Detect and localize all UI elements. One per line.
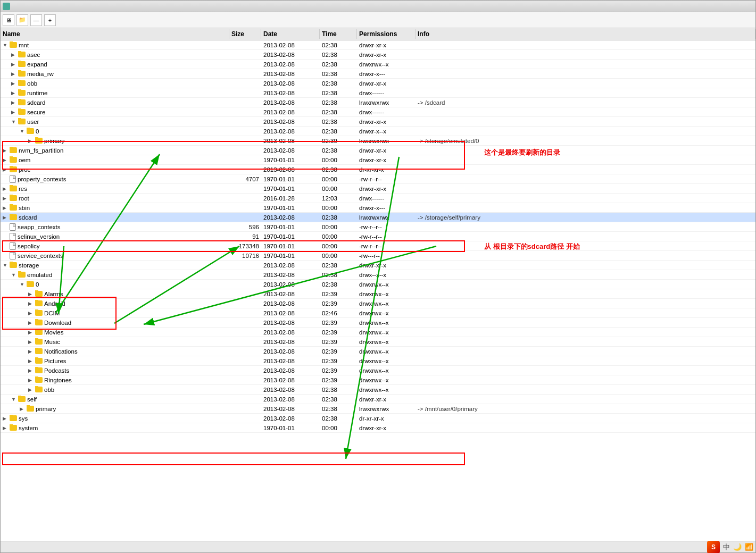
- list-item[interactable]: DCIM2013-02-0802:46drwxrwx--x: [1, 308, 755, 318]
- toolbar-btn-folder[interactable]: 📁: [16, 14, 28, 26]
- expand-icon[interactable]: [11, 71, 16, 77]
- list-item[interactable]: runtime2013-02-0802:38drwx------: [1, 88, 755, 98]
- list-item[interactable]: sdcard2013-02-0802:38lrwxrwxrwx-> /stora…: [1, 213, 755, 222]
- expand-icon[interactable]: [11, 81, 16, 86]
- expand-icon[interactable]: [3, 186, 8, 191]
- expand-icon[interactable]: [3, 205, 8, 211]
- expand-icon[interactable]: [11, 119, 16, 124]
- list-item[interactable]: Music2013-02-0802:39drwxrwx--x: [1, 337, 755, 347]
- expand-icon[interactable]: [28, 320, 34, 325]
- list-item[interactable]: Ringtones2013-02-0802:39drwxrwx--x: [1, 375, 755, 385]
- item-size: [229, 121, 261, 122]
- expand-icon[interactable]: [20, 282, 25, 287]
- expand-icon[interactable]: [20, 129, 25, 134]
- list-item[interactable]: proc2013-02-0802:38dr-xr-xr-x: [1, 165, 755, 174]
- list-item[interactable]: media_rw2013-02-0802:38drwxr-x---: [1, 69, 755, 79]
- list-item[interactable]: sdcard2013-02-0802:38lrwxrwxrwx-> /sdcar…: [1, 98, 755, 107]
- expand-icon[interactable]: [28, 358, 34, 364]
- list-item[interactable]: obb2013-02-0802:38drwxrwx--x: [1, 385, 755, 395]
- expand-icon[interactable]: [20, 406, 25, 412]
- list-item[interactable]: sepolicy1733481970-01-0100:00-rw-r--r--: [1, 241, 755, 251]
- expand-icon[interactable]: [11, 272, 16, 278]
- list-item[interactable]: system1970-01-0100:00drwxr-xr-x: [1, 423, 755, 433]
- expand-icon[interactable]: [11, 62, 16, 67]
- item-time: 00:00: [320, 185, 357, 192]
- list-item[interactable]: sys2013-02-0802:38dr-xr-xr-x: [1, 414, 755, 423]
- col-name[interactable]: Name: [1, 29, 229, 39]
- col-permissions[interactable]: Permissions: [357, 29, 416, 39]
- expand-icon[interactable]: [28, 368, 34, 373]
- list-item[interactable]: Alarms2013-02-0802:39drwxrwx--x: [1, 289, 755, 299]
- list-item[interactable]: selinux_version911970-01-0100:00-rw-r--r…: [1, 232, 755, 241]
- col-time[interactable]: Time: [320, 29, 357, 39]
- list-item[interactable]: primary2013-02-0802:38lrwxrwxrwx-> /mnt/…: [1, 404, 755, 414]
- expand-icon[interactable]: [3, 425, 8, 431]
- expand-icon[interactable]: [3, 148, 8, 153]
- list-item[interactable]: Podcasts2013-02-0802:39drwxrwx--x: [1, 366, 755, 375]
- expand-icon[interactable]: [28, 349, 34, 354]
- list-item[interactable]: self2013-02-0802:38drwxr-xr-x: [1, 395, 755, 404]
- toolbar-btn-plus[interactable]: +: [44, 14, 56, 26]
- list-item[interactable]: property_contexts47071970-01-0100:00-rw-…: [1, 174, 755, 184]
- expand-icon[interactable]: [3, 416, 8, 421]
- list-item[interactable]: mnt2013-02-0802:38drwxr-xr-x: [1, 40, 755, 50]
- item-size: 4707: [229, 175, 261, 183]
- list-item[interactable]: asec2013-02-0802:38drwxr-xr-x: [1, 50, 755, 60]
- list-item[interactable]: root2016-01-2812:03drwx------: [1, 194, 755, 203]
- list-item[interactable]: obb2013-02-0802:38drwxr-xr-x: [1, 79, 755, 88]
- list-item[interactable]: service_contexts107161970-01-0100:00-rw-…: [1, 251, 755, 261]
- folder-icon: [35, 339, 43, 345]
- list-item[interactable]: Download2013-02-0802:39drwxrwx--x: [1, 318, 755, 328]
- expand-icon[interactable]: [28, 330, 34, 335]
- col-info[interactable]: Info: [416, 29, 755, 39]
- item-permissions: dr-xr-xr-x: [357, 415, 416, 422]
- expand-icon[interactable]: [3, 215, 8, 220]
- item-name: system: [19, 425, 38, 431]
- col-size[interactable]: Size: [229, 29, 261, 39]
- expand-icon[interactable]: [3, 263, 8, 268]
- expand-icon[interactable]: [28, 311, 34, 316]
- expand-icon[interactable]: [28, 387, 34, 392]
- expand-icon[interactable]: [11, 110, 16, 115]
- item-name: selinux_version: [18, 233, 60, 240]
- list-item[interactable]: Android2013-02-0802:39drwxrwx--x: [1, 299, 755, 308]
- list-item[interactable]: nvm_fs_partition2013-02-0802:38drwxr-xr-…: [1, 146, 755, 155]
- list-item[interactable]: Movies2013-02-0802:39drwxrwx--x: [1, 328, 755, 337]
- list-item[interactable]: res1970-01-0100:00drwxr-xr-x: [1, 184, 755, 194]
- list-item[interactable]: seapp_contexts5961970-01-0100:00-rw-r--r…: [1, 222, 755, 232]
- list-item[interactable]: emulated2013-02-0802:38drwx--x--x: [1, 270, 755, 280]
- list-item[interactable]: 02013-02-0802:38drwxr-x--x: [1, 127, 755, 136]
- list-item[interactable]: secure2013-02-0802:38drwx------: [1, 107, 755, 117]
- list-item[interactable]: 02013-02-0802:38drwxrwx--x: [1, 280, 755, 289]
- list-item[interactable]: expand2013-02-0802:38drwxrwx--x: [1, 60, 755, 69]
- expand-icon[interactable]: [28, 291, 34, 297]
- list-item[interactable]: storage2013-02-0802:38drwxr-xr-x: [1, 261, 755, 270]
- expand-icon[interactable]: [11, 52, 16, 57]
- item-name: Ringtones: [44, 377, 72, 383]
- file-list[interactable]: mnt2013-02-0802:38drwxr-xr-xasec2013-02-…: [1, 40, 755, 541]
- col-date[interactable]: Date: [261, 29, 320, 39]
- list-item[interactable]: user2013-02-0802:38drwxr-xr-x: [1, 117, 755, 127]
- expand-icon[interactable]: [28, 301, 34, 306]
- expand-icon[interactable]: [11, 90, 16, 96]
- expand-icon[interactable]: [3, 157, 8, 163]
- expand-icon[interactable]: [3, 43, 8, 48]
- list-item[interactable]: primary2013-02-0802:39lrwxrwxrwx-> /stor…: [1, 136, 755, 146]
- list-item[interactable]: Pictures2013-02-0802:39drwxrwx--x: [1, 356, 755, 366]
- item-permissions: drwxr-xr-x: [357, 147, 416, 154]
- toolbar-btn-minus[interactable]: —: [30, 14, 42, 26]
- expand-icon[interactable]: [28, 378, 34, 383]
- list-item[interactable]: sbin1970-01-0100:00drwxr-x---: [1, 203, 755, 213]
- expand-icon[interactable]: [28, 138, 34, 144]
- expand-icon[interactable]: [11, 397, 16, 402]
- expand-icon[interactable]: [28, 339, 34, 345]
- toolbar-btn-computer[interactable]: 🖥: [3, 14, 14, 26]
- expand-icon[interactable]: [11, 100, 16, 105]
- list-item[interactable]: Notifications2013-02-0802:39drwxrwx--x: [1, 347, 755, 356]
- expand-icon[interactable]: [3, 167, 8, 172]
- item-info: -> /storage/self/primary: [416, 214, 755, 221]
- list-item[interactable]: oem1970-01-0100:00drwxr-xr-x: [1, 155, 755, 165]
- item-info: [416, 169, 755, 170]
- expand-icon[interactable]: [3, 196, 8, 201]
- item-date: 2013-02-08: [261, 405, 320, 413]
